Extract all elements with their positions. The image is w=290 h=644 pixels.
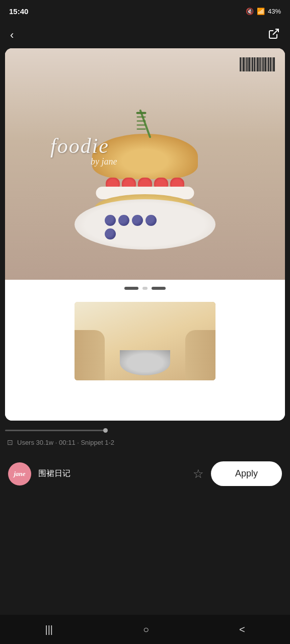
hands-right (185, 330, 215, 380)
barcode (240, 57, 275, 75)
menu-button[interactable]: ||| (45, 624, 53, 635)
status-icons: 🔇 📶 43% (246, 8, 281, 15)
scrub-dot[interactable] (103, 428, 108, 433)
nav-bar: ‹ (0, 22, 290, 48)
mute-icon: 🔇 (246, 8, 254, 15)
info-row: ⊡ Users 30.1w · 00:11 · Snippet 1-2 (0, 436, 290, 455)
by-jane-text: by jane (91, 156, 117, 167)
image-dots-indicator (5, 280, 285, 298)
bottom-nav: ||| ○ < (0, 615, 290, 644)
status-bar: 15:40 🔇 📶 43% (0, 0, 290, 22)
bowl (120, 350, 170, 375)
card-bottom-space (5, 400, 285, 421)
blueberry-group (105, 215, 165, 239)
scrub-bar-container[interactable] (0, 421, 290, 436)
top-image: foodie by jane (5, 48, 285, 280)
action-bar: jane 围裙日记 ☆ Apply (0, 455, 290, 496)
second-image: Aug13rd (75, 302, 215, 380)
share-button[interactable] (268, 28, 280, 43)
star-icon[interactable]: ☆ (193, 467, 204, 481)
dot-1[interactable] (124, 287, 138, 290)
foodie-title: foodie (50, 134, 109, 158)
avatar[interactable]: jane (8, 462, 31, 486)
hands-left (75, 330, 105, 380)
burger-scene: foodie by jane (5, 48, 285, 280)
avatar-text: jane (14, 470, 25, 478)
scrub-bar[interactable] (5, 430, 106, 431)
info-icon: ⊡ (7, 438, 13, 446)
second-image-container: Aug13rd (5, 298, 285, 400)
home-button[interactable]: ○ (143, 624, 149, 635)
info-text: Users 30.1w · 00:11 · Snippet 1-2 (17, 439, 114, 446)
signal-icon: 📶 (257, 8, 265, 15)
dot-2[interactable] (142, 287, 148, 290)
apply-button[interactable]: Apply (211, 461, 282, 486)
channel-name: 围裙日记 (38, 468, 186, 479)
battery-label: 43% (268, 8, 281, 15)
back-nav-button[interactable]: < (239, 624, 245, 635)
status-time: 15:40 (9, 7, 28, 16)
svg-line-0 (273, 29, 278, 35)
dot-3[interactable] (152, 287, 166, 290)
back-button[interactable]: ‹ (10, 29, 14, 42)
main-card: foodie by jane Aug13rd (5, 48, 285, 421)
